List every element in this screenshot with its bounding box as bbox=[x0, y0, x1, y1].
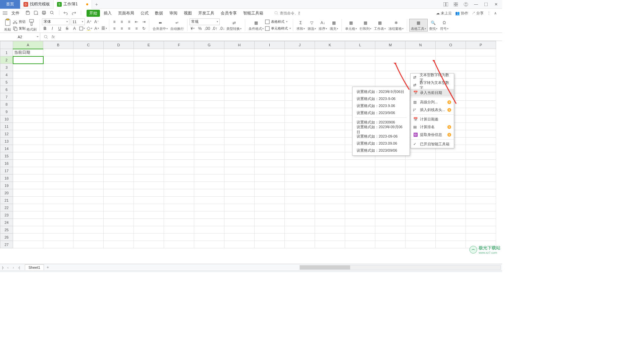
cell-I8[interactable] bbox=[255, 101, 285, 108]
cell-E16[interactable] bbox=[134, 160, 164, 167]
cell-C18[interactable] bbox=[73, 174, 104, 182]
view-normal-button[interactable] bbox=[421, 272, 426, 273]
row-header-12[interactable]: 12 bbox=[0, 130, 13, 138]
number-format-select[interactable]: 常规▾ bbox=[190, 18, 220, 25]
cell-H17[interactable] bbox=[224, 167, 255, 174]
cell-D27[interactable] bbox=[104, 241, 134, 248]
cell-D14[interactable] bbox=[104, 145, 134, 152]
cell-G23[interactable] bbox=[194, 211, 224, 219]
type-convert-button[interactable]: ⇄类型转换▾ bbox=[225, 19, 243, 31]
cond-format-button[interactable]: ▦条件格式▾ bbox=[247, 19, 265, 31]
row-header-4[interactable]: 4 bbox=[0, 71, 13, 79]
cell-F11[interactable] bbox=[164, 123, 194, 130]
cell-K12[interactable] bbox=[315, 130, 345, 138]
fx-icon[interactable]: fx bbox=[52, 35, 55, 39]
row-header-8[interactable]: 8 bbox=[0, 101, 13, 108]
row-header-17[interactable]: 17 bbox=[0, 167, 13, 174]
tab-formula[interactable]: 公式 bbox=[138, 10, 151, 17]
cell-P5[interactable] bbox=[466, 79, 496, 86]
cell-J13[interactable] bbox=[285, 138, 315, 145]
cell-I21[interactable] bbox=[255, 197, 285, 204]
row-header-22[interactable]: 22 bbox=[0, 204, 13, 211]
cell-B17[interactable] bbox=[43, 167, 73, 174]
cell-J2[interactable] bbox=[285, 56, 315, 64]
cell-A22[interactable] bbox=[13, 204, 43, 211]
menu-item-3[interactable]: ▥高级分列...$ bbox=[411, 98, 454, 106]
cell-L5[interactable] bbox=[345, 79, 375, 86]
cell-A9[interactable] bbox=[13, 108, 43, 115]
cell-A1[interactable]: 当前日期 bbox=[13, 49, 43, 56]
row-header-25[interactable]: 25 bbox=[0, 226, 13, 234]
cell-N21[interactable] bbox=[406, 197, 436, 204]
row-header-5[interactable]: 5 bbox=[0, 79, 13, 86]
cell-P7[interactable] bbox=[466, 93, 496, 101]
col-header-H[interactable]: H bbox=[224, 41, 255, 49]
cell-C10[interactable] bbox=[73, 115, 104, 123]
cell-G9[interactable] bbox=[194, 108, 224, 115]
cell-P21[interactable] bbox=[466, 197, 496, 204]
date-format-option-7[interactable]: 设置格式如：2023.09.06 bbox=[353, 140, 410, 147]
cell-M18[interactable] bbox=[375, 174, 406, 182]
col-header-F[interactable]: F bbox=[164, 41, 194, 49]
cell-F16[interactable] bbox=[164, 160, 194, 167]
cell-G4[interactable] bbox=[194, 71, 224, 79]
cell-F21[interactable] bbox=[164, 197, 194, 204]
cell-M17[interactable] bbox=[375, 167, 406, 174]
cell-A19[interactable] bbox=[13, 182, 43, 189]
cell-D10[interactable] bbox=[104, 115, 134, 123]
share-button[interactable]: ↗ 分享 bbox=[472, 11, 484, 16]
cell-M21[interactable] bbox=[375, 197, 406, 204]
cell-M24[interactable] bbox=[375, 219, 406, 226]
cell-P6[interactable] bbox=[466, 86, 496, 93]
date-format-option-0[interactable]: 设置格式如：2023年9月06日 bbox=[353, 88, 410, 95]
cell-C3[interactable] bbox=[73, 64, 104, 71]
tab-view[interactable]: 视图 bbox=[181, 10, 195, 17]
cell-O19[interactable] bbox=[436, 182, 466, 189]
cell-M25[interactable] bbox=[375, 226, 406, 234]
cell-C9[interactable] bbox=[73, 108, 104, 115]
cell-H16[interactable] bbox=[224, 160, 255, 167]
cell-H22[interactable] bbox=[224, 204, 255, 211]
cell-F22[interactable] bbox=[164, 204, 194, 211]
cell-A15[interactable] bbox=[13, 152, 43, 160]
cell-N1[interactable] bbox=[406, 49, 436, 56]
cell-L20[interactable] bbox=[345, 189, 375, 197]
cell-I1[interactable] bbox=[255, 49, 285, 56]
cell-H14[interactable] bbox=[224, 145, 255, 152]
cell-I9[interactable] bbox=[255, 108, 285, 115]
cell-L27[interactable] bbox=[345, 241, 375, 248]
cell-E18[interactable] bbox=[134, 174, 164, 182]
cell-G3[interactable] bbox=[194, 64, 224, 71]
cell-K10[interactable] bbox=[315, 115, 345, 123]
row-header-16[interactable]: 16 bbox=[0, 160, 13, 167]
cell-A16[interactable] bbox=[13, 160, 43, 167]
cell-P4[interactable] bbox=[466, 71, 496, 79]
col-header-N[interactable]: N bbox=[406, 41, 436, 49]
cell-P14[interactable] bbox=[466, 145, 496, 152]
cell-P11[interactable] bbox=[466, 123, 496, 130]
cell-N18[interactable] bbox=[406, 174, 436, 182]
row-header-13[interactable]: 13 bbox=[0, 138, 13, 145]
table-tools-button[interactable]: ▦表格工具▾ bbox=[409, 19, 428, 32]
cell-A6[interactable] bbox=[13, 86, 43, 93]
cell-B9[interactable] bbox=[43, 108, 73, 115]
col-header-I[interactable]: I bbox=[255, 41, 285, 49]
cell-C6[interactable] bbox=[73, 86, 104, 93]
cell-A12[interactable] bbox=[13, 130, 43, 138]
cell-B22[interactable] bbox=[43, 204, 73, 211]
cell-P2[interactable] bbox=[466, 56, 496, 64]
cell-H8[interactable] bbox=[224, 101, 255, 108]
cell-C15[interactable] bbox=[73, 152, 104, 160]
cell-E13[interactable] bbox=[134, 138, 164, 145]
close-button[interactable]: ✕ bbox=[493, 2, 499, 7]
cell-E20[interactable] bbox=[134, 189, 164, 197]
cell-N16[interactable] bbox=[406, 160, 436, 167]
cell-L23[interactable] bbox=[345, 211, 375, 219]
cell-N26[interactable] bbox=[406, 234, 436, 241]
cell-K26[interactable] bbox=[315, 234, 345, 241]
cell-M26[interactable] bbox=[375, 234, 406, 241]
indent-inc-icon[interactable]: ⇥ bbox=[141, 19, 147, 25]
row-header-19[interactable]: 19 bbox=[0, 182, 13, 189]
comma-icon[interactable]: ,00 bbox=[204, 26, 210, 32]
cell-O2[interactable] bbox=[436, 56, 466, 64]
